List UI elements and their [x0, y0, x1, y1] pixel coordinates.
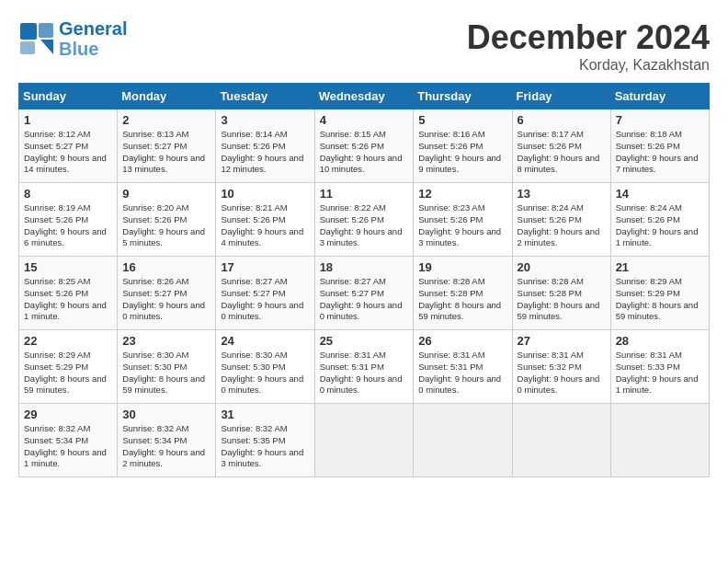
day-number: 22	[24, 334, 112, 348]
calendar-cell: 31Sunrise: 8:32 AMSunset: 5:35 PMDayligh…	[216, 404, 314, 477]
calendar-cell: 11Sunrise: 8:22 AMSunset: 5:26 PMDayligh…	[314, 183, 414, 257]
title-block: December 2024 Korday, Kazakhstan	[467, 18, 710, 74]
svg-rect-2	[20, 41, 35, 54]
calendar-row-1: 1Sunrise: 8:12 AMSunset: 5:27 PMDaylight…	[19, 109, 710, 183]
day-info: Sunrise: 8:17 AMSunset: 5:26 PMDaylight:…	[518, 129, 600, 174]
day-info: Sunrise: 8:28 AMSunset: 5:28 PMDaylight:…	[418, 276, 501, 321]
day-number: 1	[24, 113, 112, 127]
day-info: Sunrise: 8:32 AMSunset: 5:34 PMDaylight:…	[24, 423, 107, 468]
day-number: 15	[24, 260, 112, 274]
day-info: Sunrise: 8:26 AMSunset: 5:27 PMDaylight:…	[122, 276, 205, 321]
day-number: 10	[221, 187, 309, 201]
month-title: December 2024	[467, 18, 710, 57]
calendar-cell: 30Sunrise: 8:32 AMSunset: 5:34 PMDayligh…	[118, 404, 216, 477]
day-number: 16	[122, 260, 210, 274]
calendar-cell: 15Sunrise: 8:25 AMSunset: 5:26 PMDayligh…	[19, 257, 118, 330]
day-info: Sunrise: 8:12 AMSunset: 5:27 PMDaylight:…	[24, 129, 107, 174]
day-number: 3	[221, 113, 309, 127]
calendar-cell: 6Sunrise: 8:17 AMSunset: 5:26 PMDaylight…	[512, 109, 610, 183]
day-info: Sunrise: 8:31 AMSunset: 5:31 PMDaylight:…	[320, 350, 403, 395]
col-thursday: Thursday	[414, 84, 512, 109]
calendar-cell	[414, 404, 512, 477]
day-info: Sunrise: 8:31 AMSunset: 5:31 PMDaylight:…	[418, 350, 501, 395]
calendar-cell	[314, 404, 414, 477]
calendar-body: 1Sunrise: 8:12 AMSunset: 5:27 PMDaylight…	[19, 109, 710, 477]
day-number: 30	[122, 408, 210, 421]
calendar-header-row: Sunday Monday Tuesday Wednesday Thursday…	[19, 84, 710, 109]
day-info: Sunrise: 8:27 AMSunset: 5:27 PMDaylight:…	[221, 276, 303, 321]
calendar-cell: 4Sunrise: 8:15 AMSunset: 5:26 PMDaylight…	[314, 109, 414, 183]
day-info: Sunrise: 8:16 AMSunset: 5:26 PMDaylight:…	[418, 129, 501, 174]
day-info: Sunrise: 8:22 AMSunset: 5:26 PMDaylight:…	[320, 202, 403, 247]
logo-general: General	[59, 18, 127, 39]
day-number: 24	[221, 334, 309, 348]
col-friday: Friday	[512, 84, 610, 109]
calendar-cell: 25Sunrise: 8:31 AMSunset: 5:31 PMDayligh…	[314, 330, 414, 404]
day-number: 11	[320, 187, 409, 201]
calendar-cell	[512, 404, 610, 477]
day-number: 18	[320, 260, 409, 274]
day-number: 27	[518, 334, 606, 348]
day-number: 6	[518, 113, 606, 127]
calendar-row-4: 22Sunrise: 8:29 AMSunset: 5:29 PMDayligh…	[19, 330, 710, 404]
day-number: 26	[418, 334, 506, 348]
day-info: Sunrise: 8:18 AMSunset: 5:26 PMDaylight:…	[616, 129, 699, 174]
calendar-cell: 24Sunrise: 8:30 AMSunset: 5:30 PMDayligh…	[216, 330, 314, 404]
calendar-row-5: 29Sunrise: 8:32 AMSunset: 5:34 PMDayligh…	[19, 404, 710, 477]
day-info: Sunrise: 8:25 AMSunset: 5:26 PMDaylight:…	[24, 276, 107, 321]
day-info: Sunrise: 8:32 AMSunset: 5:35 PMDaylight:…	[221, 423, 303, 468]
calendar-cell: 17Sunrise: 8:27 AMSunset: 5:27 PMDayligh…	[216, 257, 314, 330]
day-info: Sunrise: 8:31 AMSunset: 5:33 PMDaylight:…	[616, 350, 699, 395]
day-info: Sunrise: 8:23 AMSunset: 5:26 PMDaylight:…	[418, 202, 501, 247]
day-info: Sunrise: 8:31 AMSunset: 5:32 PMDaylight:…	[518, 350, 600, 395]
day-number: 12	[418, 187, 506, 201]
logo: General Blue	[18, 18, 127, 59]
day-info: Sunrise: 8:19 AMSunset: 5:26 PMDaylight:…	[24, 202, 107, 247]
calendar-cell: 21Sunrise: 8:29 AMSunset: 5:29 PMDayligh…	[610, 257, 709, 330]
calendar-cell: 12Sunrise: 8:23 AMSunset: 5:26 PMDayligh…	[414, 183, 512, 257]
calendar-cell: 19Sunrise: 8:28 AMSunset: 5:28 PMDayligh…	[414, 257, 512, 330]
calendar-cell: 26Sunrise: 8:31 AMSunset: 5:31 PMDayligh…	[414, 330, 512, 404]
col-saturday: Saturday	[610, 84, 709, 109]
day-number: 23	[122, 334, 210, 348]
calendar-cell	[610, 404, 709, 477]
day-number: 28	[616, 334, 704, 348]
day-number: 8	[24, 187, 112, 201]
day-number: 14	[616, 187, 704, 201]
calendar-cell: 29Sunrise: 8:32 AMSunset: 5:34 PMDayligh…	[19, 404, 118, 477]
day-info: Sunrise: 8:28 AMSunset: 5:28 PMDaylight:…	[518, 276, 600, 321]
calendar-cell: 16Sunrise: 8:26 AMSunset: 5:27 PMDayligh…	[118, 257, 216, 330]
day-number: 21	[616, 260, 704, 274]
logo-blue: Blue	[59, 39, 127, 59]
day-number: 5	[418, 113, 506, 127]
day-info: Sunrise: 8:24 AMSunset: 5:26 PMDaylight:…	[616, 202, 699, 247]
day-info: Sunrise: 8:29 AMSunset: 5:29 PMDaylight:…	[616, 276, 699, 321]
day-number: 29	[24, 408, 112, 421]
day-info: Sunrise: 8:30 AMSunset: 5:30 PMDaylight:…	[122, 350, 205, 395]
svg-marker-3	[40, 40, 53, 54]
day-info: Sunrise: 8:20 AMSunset: 5:26 PMDaylight:…	[122, 202, 205, 247]
day-info: Sunrise: 8:13 AMSunset: 5:27 PMDaylight:…	[122, 129, 205, 174]
calendar-cell: 1Sunrise: 8:12 AMSunset: 5:27 PMDaylight…	[19, 109, 118, 183]
day-info: Sunrise: 8:32 AMSunset: 5:34 PMDaylight:…	[122, 423, 205, 468]
day-number: 13	[518, 187, 606, 201]
day-number: 17	[221, 260, 309, 274]
calendar-cell: 23Sunrise: 8:30 AMSunset: 5:30 PMDayligh…	[118, 330, 216, 404]
day-info: Sunrise: 8:27 AMSunset: 5:27 PMDaylight:…	[320, 276, 403, 321]
calendar-cell: 2Sunrise: 8:13 AMSunset: 5:27 PMDaylight…	[118, 109, 216, 183]
calendar-cell: 14Sunrise: 8:24 AMSunset: 5:26 PMDayligh…	[610, 183, 709, 257]
page-header: General Blue December 2024 Korday, Kazak…	[18, 18, 710, 74]
day-number: 31	[221, 408, 309, 421]
day-info: Sunrise: 8:14 AMSunset: 5:26 PMDaylight:…	[221, 129, 303, 174]
day-number: 25	[320, 334, 409, 348]
calendar-cell: 13Sunrise: 8:24 AMSunset: 5:26 PMDayligh…	[512, 183, 610, 257]
day-info: Sunrise: 8:30 AMSunset: 5:30 PMDaylight:…	[221, 350, 303, 395]
svg-rect-0	[20, 23, 37, 40]
calendar-cell: 5Sunrise: 8:16 AMSunset: 5:26 PMDaylight…	[414, 109, 512, 183]
location-title: Korday, Kazakhstan	[467, 57, 710, 74]
calendar-cell: 20Sunrise: 8:28 AMSunset: 5:28 PMDayligh…	[512, 257, 610, 330]
calendar-cell: 7Sunrise: 8:18 AMSunset: 5:26 PMDaylight…	[610, 109, 709, 183]
calendar-table: Sunday Monday Tuesday Wednesday Thursday…	[18, 83, 710, 477]
calendar-cell: 28Sunrise: 8:31 AMSunset: 5:33 PMDayligh…	[610, 330, 709, 404]
day-number: 2	[122, 113, 210, 127]
